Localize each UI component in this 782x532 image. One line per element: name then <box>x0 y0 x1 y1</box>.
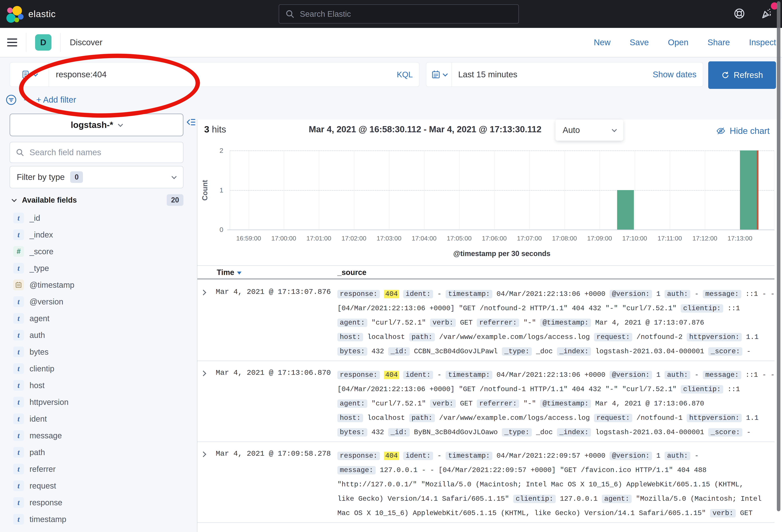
doc-time-cell: Mar 4, 2021 @ 17:13:07.876 <box>216 288 331 296</box>
refresh-button[interactable]: Refresh <box>708 61 776 89</box>
field-badge: message: <box>337 466 376 474</box>
field-search-input[interactable]: Search field names <box>9 142 183 163</box>
expand-row-icon[interactable] <box>201 290 206 295</box>
sidebar-field-clientip[interactable]: tclientip <box>9 360 183 377</box>
filter-bar: + Add filter <box>6 93 76 106</box>
source-line: response: 404 ident: - timestamp: 04/Mar… <box>337 287 774 301</box>
doc-source-cell: response: 404 ident: - timestamp: 04/Mar… <box>337 449 774 521</box>
elastic-logo-icon[interactable] <box>6 5 24 23</box>
collapse-sidebar-icon[interactable] <box>185 117 196 127</box>
sidebar-field-bytes[interactable]: tbytes <box>9 343 183 360</box>
x-tick-label: 17:03:00 <box>369 235 409 242</box>
sidebar-field-_index[interactable]: t_index <box>9 226 183 243</box>
index-pattern-selector[interactable]: logstash-* <box>9 114 183 136</box>
string-type-icon: t <box>13 313 24 324</box>
field-badge: clientip: <box>681 385 723 393</box>
string-type-icon: t <box>13 413 24 424</box>
field-badge: _score: <box>708 347 742 356</box>
sidebar-field-_score[interactable]: #_score <box>9 243 183 260</box>
string-type-icon: t <box>13 464 24 474</box>
sidebar-field-@timestamp[interactable]: @timestamp <box>9 276 183 293</box>
field-name: _type <box>30 264 49 273</box>
show-dates-button[interactable]: Show dates <box>653 70 697 79</box>
kibana-discover-screen: elastic Search Elastic D Discover NewSav… <box>0 0 782 532</box>
discover-app-badge[interactable]: D <box>35 34 51 50</box>
column-header-source[interactable]: _source <box>337 268 366 277</box>
documents-table-header: Time _source <box>198 265 774 279</box>
source-line: response: 404 ident: - timestamp: 04/Mar… <box>337 449 774 463</box>
query-string[interactable]: response:404 <box>56 70 107 79</box>
global-search-input[interactable]: Search Elastic <box>279 4 519 24</box>
sidebar-field-referrer[interactable]: treferrer <box>9 461 183 478</box>
add-filter-button[interactable]: + Add filter <box>36 95 76 105</box>
page-scrollbar[interactable] <box>777 1 780 511</box>
source-line: host: localhost path: /var/www/example.c… <box>337 411 774 425</box>
filter-menu-icon[interactable] <box>6 94 17 105</box>
sidebar-field-ident[interactable]: tident <box>9 411 183 427</box>
x-tick-label: 17:04:00 <box>404 235 444 242</box>
sidebar-field-request[interactable]: trequest <box>9 478 183 494</box>
sidebar-field-agent[interactable]: tagent <box>9 310 183 327</box>
field-badge: httpversion: <box>687 333 742 341</box>
sidebar-field-timestamp[interactable]: ttimestamp <box>9 511 183 528</box>
date-picker[interactable]: Last 15 minutes Show dates <box>426 62 703 87</box>
menu-hamburger-icon[interactable] <box>7 38 17 46</box>
time-range-value[interactable]: Last 15 minutes <box>458 70 518 79</box>
search-icon <box>285 9 295 19</box>
field-badge: host: <box>337 333 363 341</box>
string-type-icon: t <box>13 330 24 341</box>
field-search-placeholder: Search field names <box>30 148 101 157</box>
table-row: Mar 4, 2021 @ 17:09:58.278response: 404 … <box>198 442 774 523</box>
sidebar-field-_type[interactable]: t_type <box>9 260 183 276</box>
expand-row-icon[interactable] <box>201 452 206 457</box>
string-type-icon: t <box>13 296 24 307</box>
nav-link-open[interactable]: Open <box>668 38 688 47</box>
sidebar-field-response[interactable]: tresponse <box>9 494 183 511</box>
sidebar-field-auth[interactable]: tauth <box>9 327 183 343</box>
search-icon <box>15 148 25 157</box>
query-language-button[interactable]: KQL <box>397 70 413 79</box>
query-input[interactable]: response:404 KQL <box>9 62 420 87</box>
field-badge: auth: <box>665 371 690 379</box>
source-line: bytes: 432 _id: CCBN_3cB04dGovJLPawl _ty… <box>337 344 774 359</box>
histogram-bar-2[interactable] <box>740 150 757 230</box>
field-name: agent <box>30 314 49 323</box>
field-name: clientip <box>30 364 55 373</box>
field-badge: _index: <box>557 347 591 356</box>
field-badge: bytes: <box>337 428 367 436</box>
field-badge: @timestamp: <box>540 318 591 327</box>
field-badge: referrer: <box>477 400 519 408</box>
nav-link-share[interactable]: Share <box>708 38 730 47</box>
sidebar-field-httpversion[interactable]: thttpversion <box>9 394 183 411</box>
column-header-time[interactable]: Time <box>217 268 242 277</box>
field-badge: clientip: <box>513 495 556 503</box>
saved-query-menu-button[interactable] <box>10 63 49 86</box>
y-tick-label: 1 <box>211 186 223 194</box>
string-type-icon: t <box>13 481 24 491</box>
available-fields-header[interactable]: Available fields 20 <box>9 194 183 206</box>
histogram-chart[interactable]: Count @timestamp per 30 seconds 16:59:00… <box>198 120 782 265</box>
expand-row-icon[interactable] <box>201 371 206 376</box>
nav-link-save[interactable]: Save <box>630 38 649 47</box>
sort-desc-icon[interactable] <box>237 272 242 274</box>
nav-link-new[interactable]: New <box>594 38 610 47</box>
table-row: Mar 4, 2021 @ 17:13:06.870response: 404 … <box>198 361 774 442</box>
discover-main-panel: 3 hits Mar 4, 2021 @ 16:58:30.112 - Mar … <box>197 120 782 532</box>
grid-line <box>774 150 774 230</box>
sidebar-field-@version[interactable]: t@version <box>9 293 183 310</box>
sidebar-field-host[interactable]: thost <box>9 377 183 394</box>
field-name: response <box>30 498 62 507</box>
field-badge: ident: <box>403 371 433 379</box>
field-badge: verb: <box>710 509 736 518</box>
sidebar-field-message[interactable]: tmessage <box>9 427 183 444</box>
help-lifebuoy-icon[interactable] <box>733 7 746 20</box>
field-badge: httpversion: <box>687 414 742 422</box>
nav-link-inspect[interactable]: Inspect <box>749 38 776 47</box>
filter-by-type-dropdown[interactable]: Filter by type 0 <box>9 166 183 188</box>
sidebar-field-_id[interactable]: t_id <box>9 210 183 226</box>
string-type-icon: t <box>13 397 24 408</box>
field-badge: request: <box>594 333 632 341</box>
sidebar-field-path[interactable]: tpath <box>9 444 183 461</box>
histogram-bar-1[interactable] <box>617 190 634 230</box>
newsfeed-party-icon[interactable] <box>760 7 773 20</box>
